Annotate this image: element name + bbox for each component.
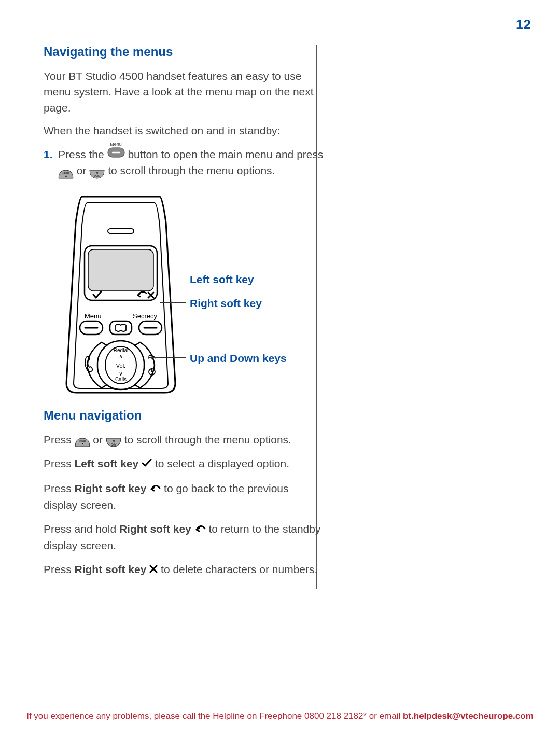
svg-text:Calls: Calls — [111, 443, 117, 446]
section-title-navigating: Navigating the menus — [44, 45, 324, 59]
svg-text:∧: ∧ — [65, 174, 67, 178]
step-1: 1. Press the Menu button to open the mai… — [44, 146, 324, 179]
svg-text:Redial: Redial — [114, 347, 128, 353]
phone-illustration: Menu Secrecy Redial ∧ — [56, 191, 186, 394]
svg-text:Menu: Menu — [85, 312, 102, 320]
svg-text:Secrecy: Secrecy — [133, 312, 157, 320]
redial-up-pill-icon: Redial ∧ — [75, 436, 90, 445]
svg-text:∨: ∨ — [119, 370, 123, 377]
step-text: Press the Menu button to open the main m… — [58, 146, 324, 179]
step1-text-a: Press the — [58, 148, 107, 160]
text: Press and hold — [44, 523, 119, 535]
svg-rect-8 — [88, 249, 153, 291]
menu-navigation-section: Menu navigation Press Redial ∧ or ∨ Call… — [44, 408, 324, 578]
step-number: 1. — [44, 146, 58, 179]
footer-email: bt.helpdesk@vtecheurope.com — [403, 711, 534, 721]
callout-line — [148, 357, 186, 358]
nav-line-4: Press and hold Right soft key to return … — [44, 521, 324, 553]
footer-text: If you experience any problems, please c… — [26, 711, 403, 721]
back-arrow-icon — [194, 521, 206, 537]
phone-diagram: Menu Secrecy Redial ∧ — [56, 191, 324, 394]
svg-text:∧: ∧ — [119, 353, 123, 359]
footer-helpline: If you experience any problems, please c… — [0, 711, 560, 721]
text: to select a displayed option. — [155, 457, 289, 469]
nav-line-3: Press Right soft key to go back to the p… — [44, 481, 324, 513]
main-content: Navigating the menus Your BT Studio 4500… — [44, 45, 324, 587]
text-bold: Right soft key — [75, 482, 150, 494]
redial-up-pill-icon: Redial ∧ — [58, 167, 74, 176]
nav-line-5: Press Right soft key to delete character… — [44, 562, 324, 578]
text: Press — [44, 434, 75, 446]
step1-text-d: to scroll through the menu options. — [108, 164, 275, 176]
callout-line — [144, 280, 186, 280]
callout-up-down-keys: Up and Down keys — [190, 352, 287, 365]
text: Press — [44, 457, 75, 469]
text: Press — [44, 563, 75, 575]
nav-line-2: Press Left soft key to select a displaye… — [44, 456, 324, 472]
menu-button-label: Menu — [107, 141, 125, 148]
text: to scroll through the menu options. — [124, 434, 291, 446]
section-title-menu-navigation: Menu navigation — [44, 408, 324, 423]
intro-paragraph-1: Your BT Studio 4500 handset features an … — [44, 68, 324, 116]
text: Press — [44, 482, 75, 494]
intro-paragraph-2: When the handset is switched on and in s… — [44, 123, 324, 138]
callout-right-soft-key: Right soft key — [190, 297, 262, 310]
svg-text:∨: ∨ — [112, 439, 115, 443]
calls-down-pill-icon: ∨ Calls — [106, 436, 121, 445]
calls-down-pill-icon: ∨ Calls — [89, 167, 105, 176]
svg-text:∧: ∧ — [81, 442, 83, 446]
step1-text-c: or — [77, 164, 90, 176]
page-number: 12 — [516, 17, 531, 33]
svg-text:∨: ∨ — [96, 171, 99, 175]
svg-text:Calls: Calls — [94, 175, 100, 178]
menu-button-icon: Menu — [107, 147, 125, 162]
x-icon — [149, 562, 158, 577]
svg-text:Vol.: Vol. — [116, 363, 125, 369]
svg-rect-15 — [110, 321, 132, 335]
callout-left-soft-key: Left soft key — [190, 273, 254, 286]
text-bold: Right soft key — [75, 563, 150, 575]
text-bold: Right soft key — [119, 523, 194, 535]
callout-line — [160, 302, 186, 303]
check-icon — [142, 456, 152, 471]
text-bold: Left soft key — [75, 457, 142, 469]
step1-text-b: button to open the main menu and press — [128, 148, 323, 160]
text: to delete characters or numbers. — [161, 563, 317, 575]
back-arrow-icon — [149, 481, 161, 496]
text: or — [93, 434, 106, 446]
svg-text:Calls: Calls — [115, 377, 127, 382]
nav-line-1: Press Redial ∧ or ∨ Calls to scroll thro… — [44, 432, 324, 448]
